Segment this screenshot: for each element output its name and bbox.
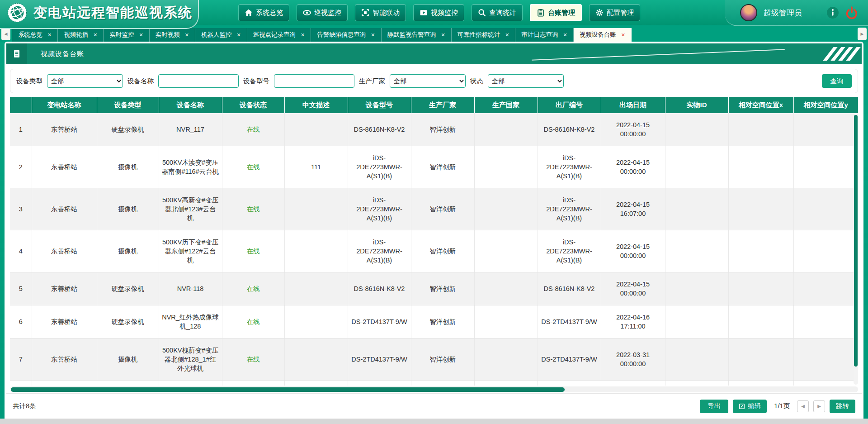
table-cell: 东善桥站	[32, 305, 97, 338]
table-cell: 2022-04-15 00:00:00	[601, 146, 665, 188]
table-cell	[793, 381, 858, 386]
next-page-button[interactable]: ▶	[813, 400, 825, 412]
tab[interactable]: 系统总览✕	[12, 28, 58, 42]
device-type-select[interactable]: 全部	[47, 74, 123, 88]
table-cell	[284, 113, 348, 146]
table-row[interactable]: 6东善桥站硬盘录像机NVR_红外热成像球机_128在线DS-2TD4137T-9…	[10, 305, 858, 338]
tab-active[interactable]: 视频设备台账✕	[574, 28, 632, 42]
table-cell: 在线	[222, 188, 284, 230]
tab-label: 视频设备台账	[580, 31, 616, 39]
query-button[interactable]: 查询	[822, 74, 852, 88]
nav-button-search[interactable]: 查询统计	[472, 4, 523, 21]
tab-close-icon[interactable]: ✕	[441, 32, 445, 38]
table-cell: 2022-04-15 00:00:00	[601, 113, 665, 146]
tab[interactable]: 告警缺陷信息查询✕	[311, 28, 381, 42]
info-icon[interactable]	[826, 6, 839, 19]
table-row[interactable]: 5东善桥站硬盘录像机NVR-118在线DS-8616N-K8-V2智洋创新DS-…	[10, 272, 858, 305]
tab[interactable]: 机器人监控✕	[195, 28, 247, 42]
tab-close-icon[interactable]: ✕	[371, 32, 375, 38]
table-cell	[793, 272, 858, 305]
table-cell: 500KV高新变#变压器北侧#123#云台机	[159, 188, 222, 230]
table-cell	[665, 338, 728, 381]
table-row[interactable]: 500KV槐荫变#变	[10, 381, 858, 386]
tab-close-icon[interactable]: ✕	[47, 32, 52, 38]
app-title: 变电站远程智能巡视系统	[33, 4, 193, 22]
nav-label: 查询统计	[489, 9, 516, 17]
jump-button[interactable]: 跳转	[830, 400, 855, 413]
nav-button-eye[interactable]: 巡视监控	[297, 4, 348, 21]
table-cell: iDS-2DE7223MWR-A(S1)(B)	[348, 188, 411, 230]
logout-power-icon[interactable]	[845, 6, 858, 19]
tab[interactable]: 可靠性指标统计✕	[452, 28, 516, 42]
table-cell	[474, 230, 538, 272]
search-icon	[478, 9, 486, 17]
tab-close-icon[interactable]: ✕	[139, 32, 143, 38]
nav-button-video[interactable]: 视频监控	[413, 4, 464, 21]
table-cell: DS-8616N-K8-V2	[348, 272, 411, 305]
nav-button-link[interactable]: 智能联动	[355, 4, 406, 21]
table-cell: 3	[10, 188, 32, 230]
table-cell	[97, 381, 159, 386]
table-cell: 东善桥站	[32, 338, 97, 381]
table-cell: 硬盘录像机	[97, 272, 159, 305]
table-cell: 东善桥站	[32, 188, 97, 230]
tab-label: 告警缺陷信息查询	[317, 31, 366, 39]
column-header: 设备类型	[97, 97, 159, 113]
table-row[interactable]: 3东善桥站摄像机500KV高新变#变压器北侧#123#云台机在线iDS-2DE7…	[10, 188, 858, 230]
nav-label: 系统总览	[256, 9, 283, 17]
tab[interactable]: 实时监控✕	[104, 28, 149, 42]
table-cell: 2022-04-15 16:07:00	[601, 188, 665, 230]
column-header: 相对空间位置y	[793, 97, 858, 113]
status-select[interactable]: 全部	[488, 74, 564, 88]
tab-close-icon[interactable]: ✕	[185, 32, 189, 38]
device-model-input[interactable]	[274, 74, 354, 88]
table-row[interactable]: 2东善桥站摄像机500KV木渎变#变压器南侧#116#云台机在线111iDS-2…	[10, 146, 858, 188]
table-cell: NVR_红外热成像球机_128	[159, 305, 222, 338]
user-avatar[interactable]	[740, 4, 757, 21]
table-cell	[411, 381, 474, 386]
manufacturer-label: 生产厂家	[359, 77, 385, 86]
tab-close-icon[interactable]: ✕	[93, 32, 97, 38]
tab[interactable]: 视频轮播✕	[58, 28, 104, 42]
export-button[interactable]: 导出	[700, 400, 728, 413]
tab-close-icon[interactable]: ✕	[301, 32, 305, 38]
table-cell: 2022-04-15 00:00:00	[601, 230, 665, 272]
tab-label: 机器人监控	[201, 31, 232, 39]
table-cell	[793, 230, 858, 272]
tab-label: 巡视点记录查询	[253, 31, 296, 39]
table-cell	[728, 188, 793, 230]
tab[interactable]: 审计日志查询✕	[515, 28, 573, 42]
table-cell: 6	[10, 305, 32, 338]
tab-scroll-right-icon[interactable]: ▶	[858, 28, 867, 40]
table-cell: iDS-2DE7223MWR-A(S1)(B)	[348, 230, 411, 272]
table-cell	[665, 272, 728, 305]
table-row[interactable]: 4东善桥站摄像机500KV历下变#变压器东侧#122#云台机在线iDS-2DE7…	[10, 230, 858, 272]
table-row[interactable]: 7东善桥站摄像机500KV槐荫变#变压器北侧#128_1#红外光球机在线DS-2…	[10, 338, 858, 381]
tab[interactable]: 静默监视告警查询✕	[382, 28, 452, 42]
link-icon	[361, 9, 369, 17]
page-title-bar: 视频设备台账	[6, 43, 862, 64]
device-name-input[interactable]	[158, 74, 239, 88]
edit-button[interactable]: 编辑	[733, 400, 767, 413]
nav-button-gear[interactable]: 配置管理	[589, 4, 640, 21]
table-cell: DS-8616N-K8-V2	[538, 272, 601, 305]
tab-close-icon[interactable]: ✕	[505, 32, 509, 38]
tab-close-icon[interactable]: ✕	[563, 32, 567, 38]
titlebar-stripes-decoration	[828, 47, 855, 61]
tab[interactable]: 巡视点记录查询✕	[247, 28, 311, 42]
edit-icon	[739, 403, 745, 410]
tab[interactable]: 实时视频✕	[150, 28, 195, 42]
horizontal-scrollbar-thumb[interactable]	[11, 387, 565, 392]
table-cell	[793, 338, 858, 381]
nav-button-home[interactable]: 系统总览	[238, 4, 289, 21]
table-cell	[665, 305, 728, 338]
table-row[interactable]: 1东善桥站硬盘录像机NVR_117在线DS-8616N-K8-V2智洋创新DS-…	[10, 113, 858, 146]
tab-close-icon[interactable]: ✕	[621, 32, 625, 38]
tab-close-icon[interactable]: ✕	[236, 32, 241, 38]
nav-button-ledger[interactable]: 台账管理	[530, 4, 582, 21]
vertical-scrollbar-thumb[interactable]	[854, 115, 858, 367]
table-cell: 2022-04-16 17:11:00	[601, 305, 665, 338]
prev-page-button[interactable]: ◀	[797, 400, 809, 412]
manufacturer-select[interactable]: 全部	[390, 74, 466, 88]
tab-scroll-left-icon[interactable]: ◀	[1, 28, 10, 40]
